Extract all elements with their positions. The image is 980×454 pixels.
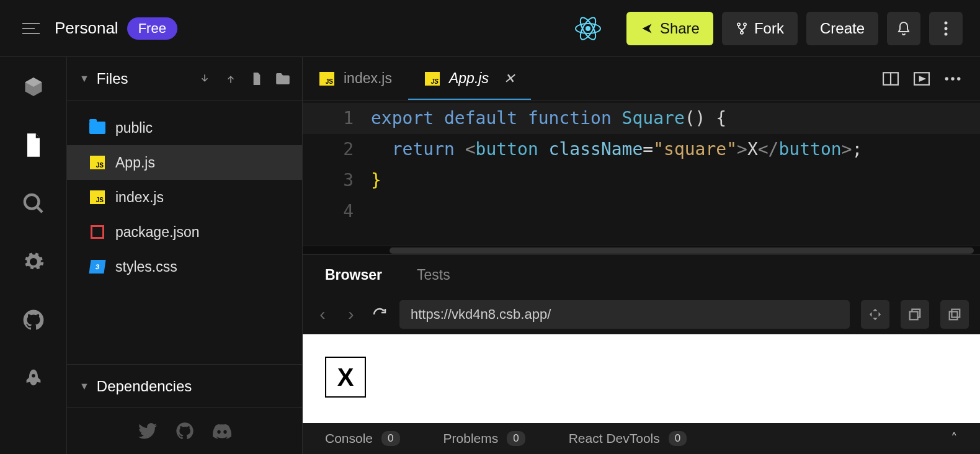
- activity-bar: [0, 57, 67, 454]
- js-icon: JS: [424, 72, 440, 86]
- svg-point-10: [24, 195, 38, 209]
- js-icon: JS: [89, 190, 105, 204]
- code-editor[interactable]: 1 2 3 4 export default function Square()…: [303, 100, 980, 246]
- editor-area: JS index.js JS App.js ✕: [303, 57, 980, 454]
- tab-problems[interactable]: Problems 0: [443, 431, 525, 446]
- svg-rect-17: [951, 309, 960, 318]
- github-social-icon[interactable]: [176, 422, 194, 440]
- create-button[interactable]: Create: [806, 12, 878, 45]
- files-panel-header[interactable]: ▼ Files: [67, 57, 302, 100]
- fork-label: Fork: [754, 20, 784, 37]
- svg-point-6: [741, 31, 743, 33]
- tab-app-js[interactable]: JS App.js ✕: [408, 57, 531, 100]
- svg-rect-16: [910, 311, 918, 319]
- tab-index-js[interactable]: JS index.js: [303, 57, 408, 100]
- svg-point-14: [951, 77, 954, 80]
- tab-label: index.js: [344, 70, 392, 87]
- tab-browser[interactable]: Browser: [325, 267, 382, 283]
- file-label: public: [115, 120, 153, 136]
- json-icon: [89, 225, 105, 239]
- svg-point-13: [945, 77, 948, 80]
- file-package-json[interactable]: package.json: [67, 215, 302, 249]
- file-label: package.json: [115, 224, 200, 241]
- more-horizontal-icon[interactable]: [944, 70, 961, 87]
- back-icon[interactable]: ‹: [314, 305, 331, 324]
- workspace-name[interactable]: Personal: [55, 19, 118, 38]
- download-icon[interactable]: [198, 72, 212, 86]
- deps-title: Dependencies: [97, 378, 290, 395]
- notifications-button[interactable]: [887, 12, 920, 45]
- menu-icon[interactable]: [22, 23, 40, 34]
- popout-icon[interactable]: [940, 300, 969, 329]
- sidebar: ▼ Files public: [67, 57, 303, 454]
- chevron-up-icon[interactable]: ˄: [951, 431, 958, 446]
- create-label: Create: [820, 20, 865, 37]
- file-label: App.js: [115, 154, 155, 171]
- svg-point-5: [744, 23, 746, 25]
- twitter-icon[interactable]: [138, 422, 157, 440]
- file-label: styles.css: [115, 259, 177, 275]
- chevron-down-icon: ▼: [79, 381, 89, 392]
- url-text: https://vkd4n8.csb.app/: [411, 306, 551, 323]
- css-icon: 3: [89, 260, 105, 274]
- discord-icon[interactable]: [213, 422, 231, 440]
- new-folder-icon[interactable]: [276, 72, 290, 86]
- deploy-icon[interactable]: [21, 366, 46, 391]
- github-icon[interactable]: [21, 308, 46, 332]
- chevron-down-icon: ▼: [79, 73, 89, 84]
- count-badge: 0: [669, 431, 687, 446]
- url-input[interactable]: https://vkd4n8.csb.app/: [399, 300, 850, 329]
- plan-badge[interactable]: Free: [127, 17, 177, 40]
- file-app-js[interactable]: JS App.js: [67, 145, 302, 180]
- js-icon: JS: [319, 72, 335, 86]
- new-file-icon[interactable]: [250, 72, 264, 86]
- count-badge: 0: [381, 431, 399, 446]
- file-index-js[interactable]: JS index.js: [67, 180, 302, 215]
- tab-console[interactable]: Console 0: [325, 431, 400, 446]
- deps-panel-header[interactable]: ▼ Dependencies: [67, 365, 302, 408]
- svg-point-15: [957, 77, 960, 80]
- close-icon[interactable]: ✕: [504, 71, 515, 87]
- more-menu-button[interactable]: [929, 12, 963, 45]
- horizontal-scrollbar[interactable]: [303, 246, 980, 254]
- svg-point-9: [945, 32, 948, 35]
- share-button[interactable]: Share: [626, 12, 713, 45]
- react-logo-icon: [574, 15, 602, 42]
- fork-button[interactable]: Fork: [722, 12, 798, 45]
- reload-icon[interactable]: [371, 307, 388, 322]
- svg-point-8: [945, 27, 948, 30]
- upload-icon[interactable]: [224, 72, 238, 86]
- share-label: Share: [660, 20, 700, 37]
- sandbox-icon[interactable]: [21, 74, 46, 99]
- js-icon: JS: [89, 156, 105, 169]
- svg-point-4: [737, 23, 740, 25]
- files-title: Files: [97, 70, 190, 87]
- editor-tabs: JS index.js JS App.js ✕: [303, 57, 980, 100]
- tab-label: App.js: [449, 70, 489, 87]
- explorer-icon[interactable]: [21, 133, 46, 158]
- preview-iframe[interactable]: X: [303, 334, 980, 423]
- new-window-icon[interactable]: [901, 300, 929, 329]
- folder-icon: [89, 121, 105, 135]
- count-badge: 0: [507, 431, 525, 446]
- file-styles-css[interactable]: 3 styles.css: [67, 249, 302, 284]
- square-button[interactable]: X: [325, 357, 366, 398]
- folder-public[interactable]: public: [67, 110, 302, 145]
- forward-icon[interactable]: ›: [342, 305, 360, 324]
- split-editor-icon[interactable]: [882, 70, 899, 87]
- code-content[interactable]: export default function Square() { retur…: [371, 100, 980, 246]
- svg-point-7: [945, 21, 948, 24]
- file-label: index.js: [115, 189, 164, 206]
- svg-rect-18: [950, 311, 958, 319]
- file-tree: public JS App.js JS index.js package.jso…: [67, 100, 302, 364]
- svg-point-0: [586, 26, 590, 31]
- search-icon[interactable]: [21, 191, 46, 216]
- preview-panel: Browser Tests ‹ › https://vkd4n8.csb.app…: [303, 254, 980, 454]
- tab-tests[interactable]: Tests: [417, 267, 450, 283]
- top-bar: Personal Free Share Fork Create: [0, 0, 980, 57]
- preview-icon[interactable]: [913, 70, 930, 87]
- tab-react-devtools[interactable]: React DevTools 0: [569, 431, 687, 446]
- bottom-panel-tabs: Console 0 Problems 0 React DevTools 0 ˄: [303, 423, 980, 454]
- settings-icon[interactable]: [21, 249, 46, 274]
- expand-icon[interactable]: [861, 300, 889, 329]
